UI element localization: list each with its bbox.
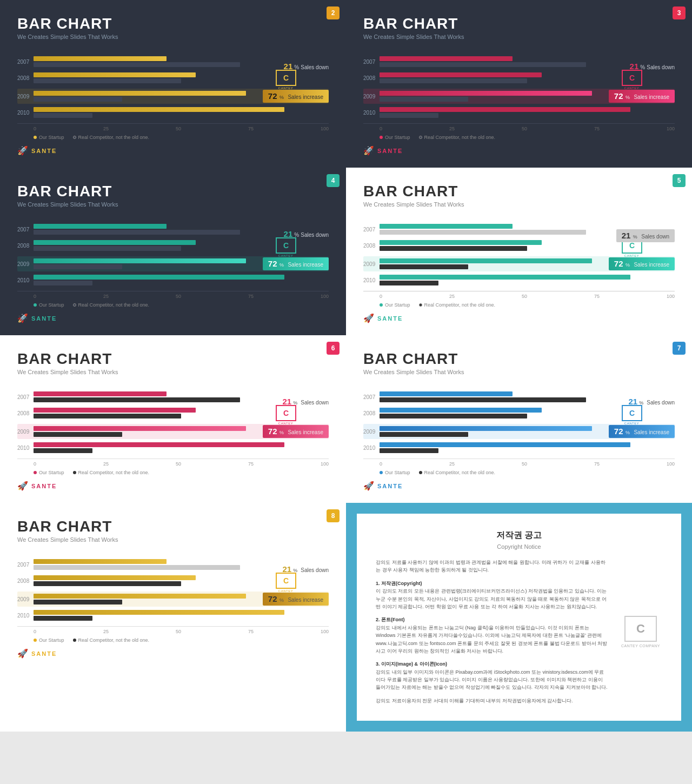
- slide-4-footer: 🚀 SANTE: [17, 313, 329, 323]
- bar-row-s6-2009: 2009 72 % Sales increase: [17, 424, 329, 439]
- slide-6-subtitle: We Creates Simple Slides That Works: [17, 369, 329, 375]
- copyright-logo-area: C CANTEY COMPANY: [619, 559, 662, 705]
- slide-8-badge: 8: [327, 509, 340, 522]
- slide-3-chart: 21 % Sales down 2007 2008: [363, 56, 675, 140]
- copyright-inner: 저작권 공고 Copyright Notice 강의도 저료를 사용하기 않에 …: [357, 514, 681, 721]
- copyright-title: 저작권 공고: [376, 530, 662, 541]
- copyright-slide: 저작권 공고 Copyright Notice 강의도 저료를 사용하기 않에 …: [346, 503, 692, 732]
- slide-8-title: BAR CHART: [17, 518, 329, 535]
- bar-row-s8-2010: 2010: [17, 610, 329, 621]
- slide-4-title: BAR CHART: [17, 183, 329, 200]
- slide-7-subtitle: We Creates Simple Slides That Works: [363, 369, 675, 375]
- bar-row-s5-2009: 2009 72 % Sales increase: [363, 256, 675, 271]
- copyright-subtitle: Copyright Notice: [376, 543, 662, 550]
- copyright-closing: 강의도 저료이용자의 전문 서대의 이해를 기대하며 내부의 저작권법이용자에게…: [376, 697, 608, 705]
- copyright-body1: 강의도 저료를 사용하기 않에 이과의 법령과 관계법을 서찰에 해을 원합니다…: [376, 559, 608, 574]
- slide-6-badge: 6: [327, 342, 340, 355]
- slide-2-badge: 2: [327, 6, 340, 19]
- bar-row-2010: 2010: [17, 107, 329, 118]
- slide-7-chart: 21 % Sales down 2007 2008: [363, 391, 675, 475]
- bar-row-2008: 2008 C CANTEY COMPANY: [17, 72, 329, 83]
- slide-2-footer: 🚀 SANTE: [17, 145, 329, 156]
- slide-7: 7 BAR CHART We Creates Simple Slides Tha…: [346, 335, 692, 503]
- slide-2-title: BAR CHART: [17, 15, 329, 32]
- bar-row-s7-2009: 2009 72 % Sales increase: [363, 424, 675, 439]
- slide-3: 3 BAR CHART We Creates Simple Slides Tha…: [346, 0, 692, 168]
- copyright-logo-box: C: [624, 616, 657, 642]
- bar-row-s4-2007: 2007: [17, 224, 329, 235]
- slide-5-footer: 🚀 SANTE: [363, 313, 675, 323]
- slide-7-footer: 🚀 SANTE: [363, 481, 675, 491]
- slide-8: 8 BAR CHART We Creates Simple Slides Tha…: [0, 503, 346, 732]
- slide-3-title: BAR CHART: [363, 15, 675, 32]
- copyright-section1-title: 1. 저작권(Copyright): [376, 580, 608, 587]
- copyright-closing-text: 강의도 저료이용자의 전문 서대의 이해를 기대하며 내부의 저작권법이용자에게…: [376, 697, 608, 705]
- bar-row-s3-2007: 2007: [363, 56, 675, 67]
- bar-row-s5-2010: 2010: [363, 275, 675, 285]
- copyright-text: 강의도 저료를 사용하기 않에 이과의 법령과 관계법을 서찰에 해을 원합니다…: [376, 559, 608, 705]
- slide-3-footer: 🚀 SANTE: [363, 145, 675, 156]
- copyright-section1-body: 이 강의도 저료의 모든 내용은 관련법령(크리에이티브커먼즈라이선스) 저작권…: [376, 587, 608, 610]
- bar-row-s4-2008: 2008 C CANTEY COMPANY: [17, 240, 329, 251]
- bar-row-2007: 2007: [17, 56, 329, 67]
- slide-8-chart: 21 % Sales down 2007 2008: [17, 559, 329, 643]
- slide-2-chart: 21 % Sales down 2007 2008: [17, 56, 329, 140]
- main-grid: 2 BAR CHART We Creates Simple Slides Tha…: [0, 0, 692, 732]
- slide-4-badge: 4: [327, 174, 340, 187]
- bar-row-s8-2008: 2008 C CANTEY COMPANY: [17, 575, 329, 586]
- slide-3-badge: 3: [673, 6, 686, 19]
- bar-row-s8-2009: 2009 72 % Sales increase: [17, 592, 329, 607]
- copyright-section2-body: 강의도 내에서 사용되는 폰트는 나눔고딕 (Nag 클릭)을 이용하여 만들었…: [376, 624, 608, 655]
- slide-7-title: BAR CHART: [363, 350, 675, 368]
- slide-2: 2 BAR CHART We Creates Simple Slides Tha…: [0, 0, 346, 168]
- slide-7-badge: 7: [673, 342, 686, 355]
- bar-row-s4-2010: 2010: [17, 275, 329, 285]
- slide-5-chart: 21 % Sales down 2007 2008: [363, 224, 675, 308]
- copyright-section2: 2. 폰트(Font) 강의도 내에서 사용되는 폰트는 나눔고딕 (Nag 클…: [376, 616, 608, 655]
- bar-row-s3-2008: 2008 C CANTEY COMPANY: [363, 72, 675, 83]
- copyright-section2-title: 2. 폰트(Font): [376, 616, 608, 623]
- bar-row-s3-2010: 2010: [363, 107, 675, 118]
- slide-5: 5 BAR CHART We Creates Simple Slides Tha…: [346, 168, 692, 335]
- bar-row-s6-2010: 2010: [17, 442, 329, 453]
- slide-2-subtitle: We Creates Simple Slides That Works: [17, 34, 329, 40]
- copyright-section3-body: 강의도 내의 일부 이미지와 아이콘은 Pixabay.com과에 iStock…: [376, 668, 608, 692]
- slide-8-subtitle: We Creates Simple Slides That Works: [17, 536, 329, 543]
- slide-4-subtitle: We Creates Simple Slides That Works: [17, 201, 329, 208]
- slide-5-subtitle: We Creates Simple Slides That Works: [363, 201, 675, 208]
- copyright-content: 강의도 저료를 사용하기 않에 이과의 법령과 관계법을 서찰에 해을 원합니다…: [376, 559, 662, 705]
- slide-4-chart: 21 % Sales down 2007 2008: [17, 224, 329, 308]
- slide-3-subtitle: We Creates Simple Slides That Works: [363, 34, 675, 40]
- copyright-section3-title: 3. 이미지(Image) & 아이콘(Icon): [376, 660, 608, 668]
- bar-row-s6-2008: 2008 C CANTEY COMPANY: [17, 408, 329, 418]
- slide-6: 6 BAR CHART We Creates Simple Slides Tha…: [0, 335, 346, 503]
- copyright-section1: 1. 저작권(Copyright) 이 강의도 저료의 모든 내용은 관련법령(…: [376, 580, 608, 611]
- copyright-section3: 3. 이미지(Image) & 아이콘(Icon) 강의도 내의 일부 이미지와…: [376, 660, 608, 692]
- bar-row-s4-2009: 2009 72 % Sales increase: [17, 256, 329, 271]
- s2-stat-down-pct: 21: [284, 62, 293, 71]
- copyright-logo-text: CANTEY COMPANY: [621, 644, 660, 648]
- slide-8-footer: 🚀 SANTE: [17, 648, 329, 659]
- bar-row-s7-2008: 2008 C CANTEY COMPANY: [363, 408, 675, 418]
- slide-6-chart: 21 % Sales down 2007 2008: [17, 391, 329, 475]
- slide-5-title: BAR CHART: [363, 183, 675, 200]
- bar-row-2009: 2009 72 % Sales increase: [17, 89, 329, 104]
- slide-6-title: BAR CHART: [17, 350, 329, 368]
- bar-row-s3-2009: 2009 72 % Sales increase: [363, 89, 675, 104]
- bar-row-s7-2010: 2010: [363, 442, 675, 453]
- slide-6-footer: 🚀 SANTE: [17, 481, 329, 491]
- slide-4: 4 BAR CHART We Creates Simple Slides Tha…: [0, 168, 346, 335]
- slide-5-badge: 5: [673, 174, 686, 187]
- copyright-intro: 강의도 저료를 사용하기 않에 이과의 법령과 관계법을 서찰에 해을 원합니다…: [376, 559, 608, 574]
